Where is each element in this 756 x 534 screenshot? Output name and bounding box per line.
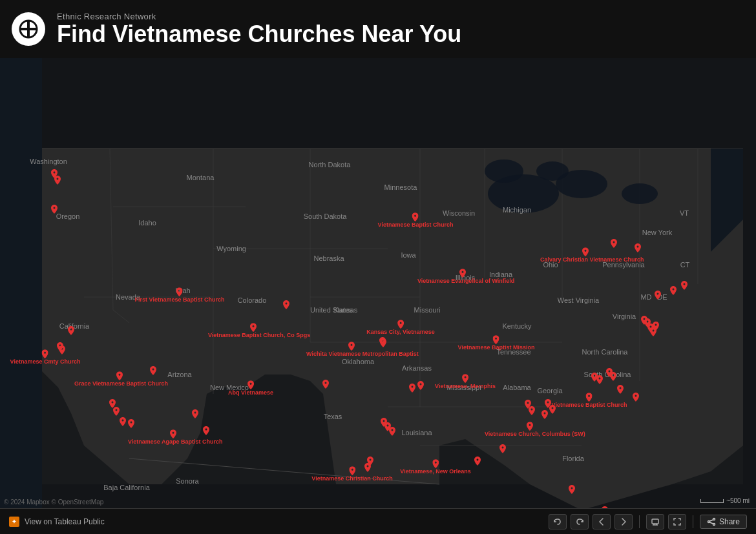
church-dot [499, 444, 506, 456]
church-dot [364, 463, 371, 475]
svg-line-37 [709, 522, 713, 524]
footer-divider-2 [693, 515, 693, 528]
church-dot [59, 345, 65, 357]
church-dot [541, 410, 548, 422]
svg-rect-29 [652, 519, 658, 524]
map-credit: © 2024 Mapbox © OpenStreetMap [4, 498, 103, 506]
forward-button[interactable] [614, 514, 633, 529]
app-header: Ethnic Research Network Find Vietnamese … [0, 0, 756, 58]
church-dot [596, 375, 603, 387]
org-name: Ethnic Research Network [57, 12, 461, 21]
church-dot [610, 372, 616, 384]
svg-point-23 [485, 159, 523, 183]
svg-rect-28 [0, 58, 42, 508]
app-title: Find Vietnamese Churches Near You [57, 21, 461, 47]
church-dot [192, 409, 198, 421]
church-dot [474, 457, 481, 468]
church-dot [389, 427, 395, 438]
church-dot [529, 406, 535, 418]
share-label: Share [719, 517, 740, 526]
church-dot [203, 426, 209, 438]
share-button[interactable]: Share [700, 515, 747, 529]
church-dot [283, 300, 289, 312]
church-dot [51, 205, 58, 216]
svg-point-24 [536, 161, 569, 181]
church-dot [54, 176, 61, 187]
church-dot [633, 393, 639, 404]
church-dot [611, 239, 617, 251]
tableau-icon: ✦ [9, 517, 19, 527]
logo [12, 12, 45, 46]
church-dot [549, 405, 556, 416]
church-dot [602, 506, 608, 508]
scale-line [700, 499, 724, 503]
church-dot [113, 407, 120, 418]
footer: ✦ View on Tableau Public [0, 508, 756, 534]
svg-point-25 [622, 183, 658, 204]
church-dot [635, 243, 641, 255]
footer-left: ✦ View on Tableau Public [9, 517, 105, 527]
church-dot [569, 485, 575, 497]
footer-right: Share [549, 514, 747, 529]
church-dot [128, 419, 134, 431]
undo-button[interactable] [549, 514, 567, 529]
fullscreen-button[interactable] [668, 514, 686, 529]
svg-point-34 [713, 523, 715, 525]
map-container: WashingtonOregonCaliforniaNevadaIdahoMon… [0, 58, 756, 508]
header-text: Ethnic Research Network Find Vietnamese … [57, 12, 461, 47]
church-dot [681, 281, 688, 293]
church-dot [655, 291, 661, 302]
church-dot [68, 326, 74, 338]
svg-line-36 [709, 520, 713, 521]
back-button[interactable] [593, 514, 611, 529]
church-dot [380, 338, 386, 350]
svg-point-33 [713, 518, 715, 520]
church-dot [653, 322, 659, 333]
church-dot [409, 384, 415, 395]
church-dot [150, 366, 156, 378]
device-button[interactable] [646, 514, 664, 529]
church-dot [670, 286, 677, 298]
scale-bar: ~500 mi [700, 497, 750, 504]
redo-button[interactable] [571, 514, 589, 529]
church-dot [322, 380, 329, 391]
footer-divider [639, 515, 640, 528]
church-dot [120, 417, 126, 429]
svg-point-35 [708, 520, 709, 522]
church-dot [617, 385, 624, 396]
scale-label: ~500 mi [726, 497, 750, 504]
church-dot [417, 381, 424, 393]
view-on-tableau[interactable]: View on Tableau Public [25, 517, 105, 526]
